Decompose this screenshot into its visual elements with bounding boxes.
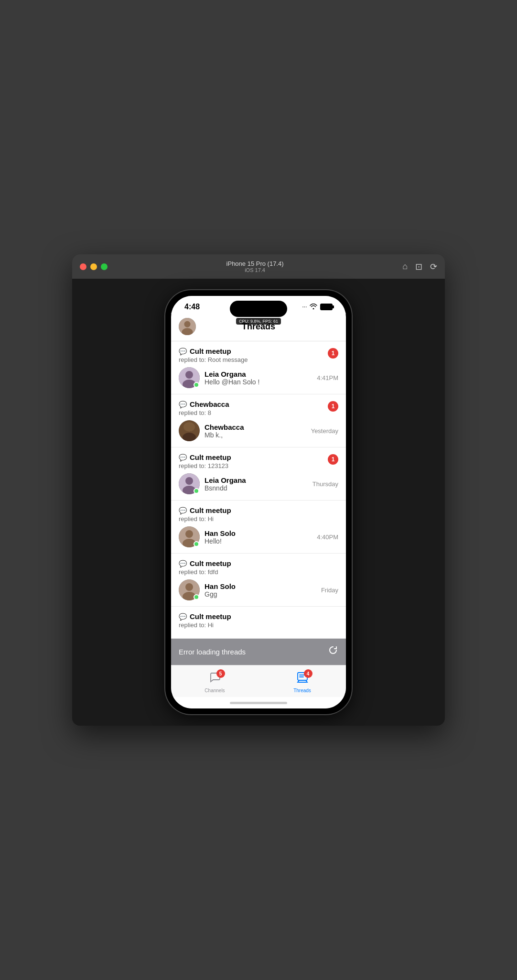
avatar-container <box>179 579 200 600</box>
message-time: 4:41PM <box>317 374 338 381</box>
thread-message: Han Solo Hello! 4:40PM <box>179 526 338 547</box>
error-text: Error loading threads <box>179 648 246 656</box>
status-time: 4:48 <box>184 303 200 311</box>
sender-name: Leia Organa <box>205 370 312 378</box>
threads-badge: 4 <box>304 669 312 678</box>
online-indicator <box>194 541 199 547</box>
message-content: Leia Organa Bsnndd <box>205 476 308 492</box>
thread-header: 💬 Cult meetup <box>179 453 338 461</box>
reply-to: replied to: 123123 <box>179 462 338 469</box>
message-text: Mb k., <box>205 431 306 439</box>
reply-to: replied to: 8 <box>179 409 338 416</box>
dots-icon: ··· <box>302 303 307 311</box>
message-content: Han Solo Ggg <box>205 582 316 598</box>
message-time: 4:40PM <box>317 534 338 541</box>
thread-icon: 💬 <box>179 560 187 567</box>
close-button[interactable] <box>80 263 86 270</box>
message-time: Yesterday <box>311 427 338 435</box>
tab-bar: 5 Channels <box>171 665 346 697</box>
error-banner: Error loading threads <box>171 639 346 665</box>
avatar-container <box>179 473 200 494</box>
svg-point-14 <box>185 530 193 538</box>
unread-badge: 1 <box>328 454 338 465</box>
channel-name: Cult meetup <box>190 612 231 621</box>
channels-badge: 5 <box>216 669 225 678</box>
toolbar-icons: ⌂ ⊡ ⟳ <box>402 261 437 272</box>
avatar-container <box>179 420 200 441</box>
message-content: Han Solo Hello! <box>205 529 312 545</box>
screenshot-icon[interactable]: ⊡ <box>415 261 422 272</box>
reply-to: replied to: Hi <box>179 621 338 629</box>
message-text: Ggg <box>205 590 316 598</box>
thread-message: Leia Organa Bsnndd Thursday <box>179 473 338 494</box>
titlebar: iPhone 15 Pro (17.4) iOS 17.4 ⌂ ⊡ ⟳ <box>72 254 445 279</box>
home-indicator <box>171 697 346 708</box>
avatar <box>179 420 200 441</box>
message-content: Leia Organa Hello @Han Solo ! <box>205 370 312 386</box>
message-text: Hello! <box>205 537 312 545</box>
svg-point-9 <box>183 422 195 432</box>
online-indicator <box>194 488 199 494</box>
traffic-lights <box>80 263 108 270</box>
sender-name: Chewbacca <box>205 423 306 431</box>
sender-name: Han Solo <box>205 582 316 590</box>
svg-point-11 <box>185 477 193 485</box>
message-text: Hello @Han Solo ! <box>205 378 312 386</box>
thread-icon: 💬 <box>179 454 187 461</box>
thread-item[interactable]: 💬 Cult meetup replied to: Root message <box>171 341 346 394</box>
home-icon[interactable]: ⌂ <box>402 261 408 272</box>
sender-name: Leia Organa <box>205 476 308 484</box>
channel-name: Cult meetup <box>190 347 231 355</box>
reply-to: replied to: Hi <box>179 515 338 523</box>
header-avatar[interactable] <box>179 318 196 335</box>
online-indicator <box>194 382 199 388</box>
unread-badge: 1 <box>328 401 338 412</box>
refresh-icon[interactable] <box>328 645 338 658</box>
phone-frame: 4:48 ··· CPU: 9.8% <box>165 290 352 714</box>
channel-name: Cult meetup <box>190 559 231 567</box>
status-icons: ··· <box>302 303 333 311</box>
home-indicator-bar <box>230 702 287 704</box>
avatar-container <box>179 367 200 388</box>
tab-threads[interactable]: 4 Threads <box>258 669 346 695</box>
message-time: Friday <box>321 587 338 594</box>
thread-item[interactable]: 💬 Cult meetup replied to: 123123 <box>171 447 346 501</box>
thread-icon: 💬 <box>179 613 187 621</box>
thread-icon: 💬 <box>179 348 187 355</box>
thread-header: 💬 Cult meetup <box>179 559 338 567</box>
app-header: Threads <box>171 314 346 341</box>
channel-name: Cult meetup <box>190 453 231 461</box>
reply-to: replied to: fdfd <box>179 568 338 576</box>
thread-icon: 💬 <box>179 507 187 514</box>
threads-list: 💬 Cult meetup replied to: Root message <box>171 341 346 639</box>
wifi-icon <box>310 303 317 311</box>
thread-message: Chewbacca Mb k., Yesterday <box>179 420 338 441</box>
tab-icon-wrap: 4 <box>296 671 309 686</box>
svg-point-4 <box>185 371 193 379</box>
svg-point-17 <box>185 583 193 591</box>
channels-label: Channels <box>205 688 225 693</box>
reply-to: replied to: Root message <box>179 356 338 363</box>
status-bar: 4:48 ··· <box>171 296 346 314</box>
unread-badge: 1 <box>328 348 338 359</box>
tab-channels[interactable]: 5 Channels <box>171 669 258 695</box>
avatar-container <box>179 526 200 547</box>
online-indicator <box>194 594 199 600</box>
battery-icon <box>320 304 333 310</box>
thread-item[interactable]: 💬 Cult meetup replied to: Hi <box>171 607 346 639</box>
thread-message: Leia Organa Hello @Han Solo ! 4:41PM <box>179 367 338 388</box>
rotate-icon[interactable]: ⟳ <box>430 261 437 272</box>
message-content: Chewbacca Mb k., <box>205 423 306 439</box>
thread-header: 💬 Cult meetup <box>179 347 338 355</box>
thread-item[interactable]: 💬 Cult meetup replied to: fdfd <box>171 554 346 607</box>
minimize-button[interactable] <box>90 263 97 270</box>
message-text: Bsnndd <box>205 484 308 492</box>
thread-item[interactable]: 💬 Cult meetup replied to: Hi <box>171 501 346 554</box>
thread-message: Han Solo Ggg Friday <box>179 579 338 600</box>
maximize-button[interactable] <box>101 263 108 270</box>
window-title: iPhone 15 Pro (17.4) iOS 17.4 <box>113 260 397 273</box>
thread-icon: 💬 <box>179 401 187 408</box>
thread-item[interactable]: 💬 Chewbacca replied to: 8 <box>171 394 346 447</box>
thread-header: 💬 Chewbacca <box>179 400 338 408</box>
thread-header: 💬 Cult meetup <box>179 506 338 514</box>
